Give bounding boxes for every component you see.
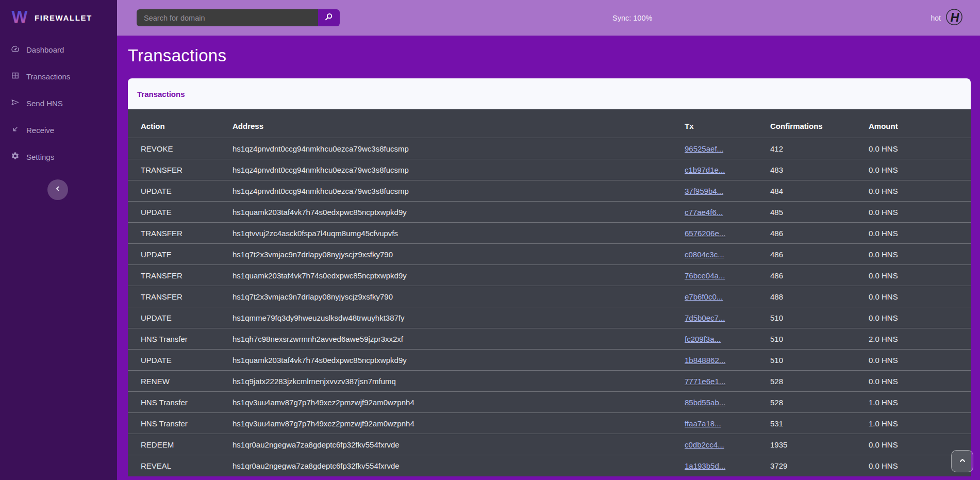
column-header-confirmations: Confirmations [770, 109, 869, 138]
amount-cell: 0.0 HNS [869, 159, 971, 180]
column-header-tx: Tx [685, 109, 770, 138]
sidebar-item-dashboard[interactable]: Dashboard [0, 36, 117, 63]
domain-search [137, 9, 340, 26]
tx-link[interactable]: e7b6f0c0... [685, 292, 723, 301]
tx-link[interactable]: 7d5b0ec7... [685, 313, 725, 322]
search-icon [324, 12, 334, 23]
sidebar-item-label: Transactions [26, 72, 70, 81]
tx-link[interactable]: c77ae4f6... [685, 208, 723, 217]
table-row: HNS Transfer hs1qh7c98nexsrzwrmnh2avved6… [128, 328, 971, 350]
sidebar-item-receive[interactable]: Receive [0, 117, 117, 143]
gauge-icon [11, 44, 20, 55]
action-cell: RENEW [128, 371, 232, 392]
address-cell: hs1qmme79fq3dy9hweuzuslksdw48trwuyhkt387… [232, 307, 685, 328]
topbar: Sync: 100% hot H [117, 0, 980, 36]
handshake-logo-icon: H [945, 8, 963, 28]
tx-link[interactable]: fc209f3a... [685, 335, 721, 343]
amount-cell: 0.0 HNS [869, 244, 971, 265]
sidebar: W FIREWALLET Dashboard Transactions [0, 0, 117, 480]
brand-logo[interactable]: W FIREWALLET [0, 0, 117, 29]
amount-cell: 0.0 HNS [869, 223, 971, 244]
wallet-selector[interactable]: hot H [931, 8, 963, 28]
action-cell: HNS Transfer [128, 328, 232, 350]
tx-link[interactable]: c1b97d1e... [685, 165, 725, 174]
search-button[interactable] [318, 9, 340, 26]
confirmations-cell: 486 [770, 244, 869, 265]
tx-link[interactable]: ffaa7a18... [685, 419, 721, 428]
send-icon [11, 98, 20, 108]
address-cell: hs1qz4pnvdnt0ccg94nmkhcu0ezca79wc3s8fucs… [232, 180, 685, 202]
address-cell: hs1qv3uu4amv87g7p7h49xez2pmzwjf92am0wzpn… [232, 392, 685, 413]
sidebar-nav: Dashboard Transactions Send HNS Receive [0, 36, 117, 170]
tx-link[interactable]: c0804c3c... [685, 250, 724, 259]
action-cell: TRANSFER [128, 223, 232, 244]
address-cell: hs1qz4pnvdnt0ccg94nmkhcu0ezca79wc3s8fucs… [232, 138, 685, 159]
tx-link[interactable]: 37f959b4... [685, 187, 723, 195]
confirmations-cell: 528 [770, 371, 869, 392]
table-row: HNS Transfer hs1qv3uu4amv87g7p7h49xez2pm… [128, 413, 971, 434]
action-cell: UPDATE [128, 180, 232, 202]
receive-arrow-icon [11, 125, 20, 135]
table-row: TRANSFER hs1qtvvuj2zc4asck0fspa7l4uqm8um… [128, 223, 971, 244]
tx-link[interactable]: 6576206e... [685, 229, 725, 238]
address-cell: hs1q7t2x3vmjac9n7drlapy08nyjyscjz9xsfky7… [232, 244, 685, 265]
table-row: REVOKE hs1qz4pnvdnt0ccg94nmkhcu0ezca79wc… [128, 138, 971, 159]
action-cell: REVOKE [128, 138, 232, 159]
table-icon [11, 71, 20, 81]
confirmations-cell: 485 [770, 202, 869, 223]
amount-cell: 0.0 HNS [869, 307, 971, 328]
scroll-to-top-button[interactable] [951, 450, 973, 472]
address-cell: hs1qr0au2ngegwa7za8gdeptc6fp32fkv554fxrv… [232, 455, 685, 476]
confirmations-cell: 486 [770, 265, 869, 286]
confirmations-cell: 1935 [770, 434, 869, 455]
confirmations-cell: 483 [770, 159, 869, 180]
confirmations-cell: 510 [770, 307, 869, 328]
tx-link[interactable]: 1b848862... [685, 356, 725, 365]
amount-cell: 2.0 HNS [869, 328, 971, 350]
address-cell: hs1qh7c98nexsrzwrmnh2avved6awe59jzpr3xx2… [232, 328, 685, 350]
action-cell: UPDATE [128, 202, 232, 223]
gear-icon [11, 152, 20, 162]
table-row: REDEEM hs1qr0au2ngegwa7za8gdeptc6fp32fkv… [128, 434, 971, 455]
tx-link[interactable]: c0db2cc4... [685, 440, 724, 449]
sidebar-collapse-button[interactable] [47, 179, 68, 200]
confirmations-cell: 528 [770, 392, 869, 413]
tx-link[interactable]: 76bce04a... [685, 271, 725, 280]
action-cell: HNS Transfer [128, 413, 232, 434]
tx-link[interactable]: 85bd55ab... [685, 398, 725, 407]
app-window: W FIREWALLET Dashboard Transactions [0, 0, 980, 480]
action-cell: TRANSFER [128, 265, 232, 286]
brand-name: FIREWALLET [35, 13, 92, 22]
confirmations-cell: 510 [770, 328, 869, 350]
search-input[interactable] [137, 9, 318, 26]
card-title: Transactions [128, 78, 971, 109]
confirmations-cell: 531 [770, 413, 869, 434]
sidebar-item-transactions[interactable]: Transactions [0, 63, 117, 90]
table-row: UPDATE hs1qz4pnvdnt0ccg94nmkhcu0ezca79wc… [128, 180, 971, 202]
tx-link[interactable]: 1a193b5d... [685, 461, 725, 470]
address-cell: hs1quamk203taf4vk7h74s0edxpwc85ncptxwpkd… [232, 350, 685, 371]
table-row: UPDATE hs1quamk203taf4vk7h74s0edxpwc85nc… [128, 350, 971, 371]
action-cell: UPDATE [128, 307, 232, 328]
tx-link[interactable]: 96525aef... [685, 144, 723, 153]
sidebar-item-label: Settings [26, 153, 54, 161]
sidebar-item-send-hns[interactable]: Send HNS [0, 90, 117, 117]
address-cell: hs1q7t2x3vmjac9n7drlapy08nyjyscjz9xsfky7… [232, 286, 685, 307]
action-cell: HNS Transfer [128, 392, 232, 413]
tx-link[interactable]: 7771e6e1... [685, 377, 725, 386]
table-row: HNS Transfer hs1qv3uu4amv87g7p7h49xez2pm… [128, 392, 971, 413]
table-row: UPDATE hs1quamk203taf4vk7h74s0edxpwc85nc… [128, 202, 971, 223]
chevron-up-icon [958, 456, 967, 467]
address-cell: hs1qz4pnvdnt0ccg94nmkhcu0ezca79wc3s8fucs… [232, 159, 685, 180]
sidebar-item-settings[interactable]: Settings [0, 143, 117, 170]
action-cell: REDEEM [128, 434, 232, 455]
amount-cell: 1.0 HNS [869, 392, 971, 413]
amount-cell: 0.0 HNS [869, 371, 971, 392]
amount-cell: 0.0 HNS [869, 202, 971, 223]
column-header-address: Address [232, 109, 685, 138]
sidebar-item-label: Send HNS [26, 99, 63, 108]
table-row: TRANSFER hs1qz4pnvdnt0ccg94nmkhcu0ezca79… [128, 159, 971, 180]
page-title: Transactions [128, 46, 971, 65]
svg-text:W: W [12, 8, 28, 26]
column-header-amount: Amount [869, 109, 971, 138]
